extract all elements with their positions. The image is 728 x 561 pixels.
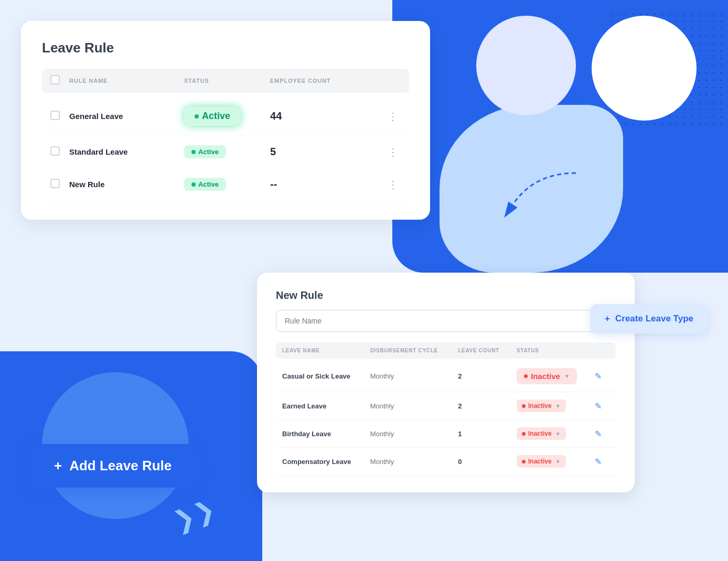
inner-table-row: Earned Leave Monthly 2 Inactive ▼ ✎ bbox=[276, 392, 616, 420]
ir-status-casual: Inactive ▼ bbox=[517, 368, 595, 384]
dashed-arrow bbox=[492, 163, 586, 225]
status-badge-inactive-small-2: Inactive ▼ bbox=[517, 427, 566, 440]
th-rule-name: RULE NAME bbox=[69, 78, 184, 84]
row-name-standard: Standard Leave bbox=[69, 147, 184, 156]
row-count-general: 44 bbox=[270, 110, 385, 122]
row-actions-general[interactable]: ⋮ bbox=[385, 110, 401, 123]
ir-status-birthday: Inactive ▼ bbox=[517, 427, 595, 440]
dot-red-icon bbox=[522, 460, 526, 463]
table-header: RULE NAME STATUS EMPLOYEE COUNT bbox=[42, 69, 409, 93]
row-count-standard: 5 bbox=[270, 146, 385, 158]
ir-count-comp: 0 bbox=[458, 458, 517, 466]
ir-count-casual: 2 bbox=[458, 372, 517, 380]
status-badge-inactive-large: Inactive ▼ bbox=[517, 368, 577, 384]
create-leave-label: Create Leave Type bbox=[615, 314, 693, 324]
dropdown-arrow-icon[interactable]: ▼ bbox=[555, 403, 561, 409]
status-badge-active-small: Active bbox=[184, 145, 226, 158]
ith-leave-name: LEAVE NAME bbox=[282, 348, 370, 353]
ir-status-earned: Inactive ▼ bbox=[517, 400, 595, 412]
dropdown-arrow-icon[interactable]: ▼ bbox=[555, 431, 561, 437]
row-checkbox-2[interactable] bbox=[50, 146, 60, 156]
ir-leave-name-birthday: Birthday Leave bbox=[282, 430, 370, 438]
add-leave-rule-label: Add Leave Rule bbox=[69, 458, 172, 474]
ir-count-birthday: 1 bbox=[458, 430, 517, 438]
th-status: STATUS bbox=[184, 78, 270, 84]
ir-leave-name-earned: Earned Leave bbox=[282, 402, 370, 410]
add-icon: + bbox=[54, 458, 62, 474]
status-badge-active-small-2: Active bbox=[184, 178, 226, 191]
card-title: Leave Rule bbox=[42, 40, 409, 56]
dropdown-arrow-icon[interactable]: ▼ bbox=[555, 459, 561, 465]
inner-table-row: Birthday Leave Monthly 1 Inactive ▼ ✎ bbox=[276, 420, 616, 448]
row-name-general: General Leave bbox=[69, 112, 184, 121]
status-badge-inactive-small-3: Inactive ▼ bbox=[517, 455, 566, 468]
dot-red-icon bbox=[524, 374, 528, 378]
row-actions-new[interactable]: ⋮ bbox=[385, 178, 401, 191]
leave-rule-card: Leave Rule RULE NAME STATUS EMPLOYEE COU… bbox=[21, 21, 430, 220]
header-checkbox[interactable] bbox=[50, 75, 60, 84]
dot-green-icon bbox=[191, 150, 196, 154]
create-leave-type-button[interactable]: + Create Leave Type bbox=[590, 304, 708, 333]
ir-leave-name-comp: Compensatory Leave bbox=[282, 458, 370, 466]
row-actions-standard[interactable]: ⋮ bbox=[385, 146, 401, 158]
dot-green-icon bbox=[195, 114, 199, 118]
inner-table-row: Compensatory Leave Monthly 0 Inactive ▼ … bbox=[276, 448, 616, 476]
ir-disb-birthday: Monthly bbox=[370, 430, 458, 438]
ith-status: STATUS bbox=[517, 348, 595, 353]
inner-table-header: LEAVE NAME DISBURSEMENT CYCLE LEAVE COUN… bbox=[276, 342, 616, 359]
status-badge-inactive-small-1: Inactive ▼ bbox=[517, 400, 566, 412]
ith-leave-count: LEAVE COUNT bbox=[458, 348, 517, 353]
status-badge-active-large: Active bbox=[184, 106, 241, 126]
bg-circle-large bbox=[476, 16, 576, 115]
ith-disbursement: DISBURSEMENT CYCLE bbox=[370, 348, 458, 353]
add-leave-rule-button[interactable]: + Add Leave Rule bbox=[29, 444, 197, 488]
inner-table-row: Casual or Sick Leave Monthly 2 Inactive … bbox=[276, 361, 616, 392]
new-rule-card: New Rule LEAVE NAME DISBURSEMENT CYCLE L… bbox=[257, 273, 635, 492]
ir-disb-casual: Monthly bbox=[370, 372, 458, 380]
row-status-general: Active bbox=[184, 106, 270, 126]
new-rule-title: New Rule bbox=[276, 289, 616, 301]
th-employee-count: EMPLOYEE COUNT bbox=[270, 78, 385, 84]
table-row: General Leave Active 44 ⋮ bbox=[42, 97, 409, 136]
ir-status-comp: Inactive ▼ bbox=[517, 455, 595, 468]
dot-red-icon bbox=[522, 432, 526, 436]
ir-edit-birthday[interactable]: ✎ bbox=[595, 429, 609, 439]
ir-leave-name-casual: Casual or Sick Leave bbox=[282, 372, 370, 380]
ir-edit-casual[interactable]: ✎ bbox=[595, 371, 609, 381]
row-status-standard: Active bbox=[184, 145, 270, 158]
create-icon: + bbox=[605, 314, 610, 324]
dropdown-arrow-icon[interactable]: ▼ bbox=[564, 373, 570, 379]
ir-count-earned: 2 bbox=[458, 402, 517, 410]
bg-circle-right bbox=[592, 16, 697, 121]
dot-red-icon bbox=[522, 404, 526, 408]
row-checkbox-1[interactable] bbox=[50, 111, 60, 120]
dot-green-icon bbox=[191, 182, 196, 187]
row-count-new: -- bbox=[270, 178, 385, 190]
ir-edit-earned[interactable]: ✎ bbox=[595, 401, 609, 411]
row-checkbox-3[interactable] bbox=[50, 179, 60, 188]
row-name-new: New Rule bbox=[69, 180, 184, 189]
rule-name-input[interactable] bbox=[276, 310, 616, 332]
ir-disb-comp: Monthly bbox=[370, 458, 458, 466]
row-status-new: Active bbox=[184, 178, 270, 191]
ir-edit-comp[interactable]: ✎ bbox=[595, 457, 609, 467]
table-row: New Rule Active -- ⋮ bbox=[42, 168, 409, 201]
table-row: Standard Leave Active 5 ⋮ bbox=[42, 136, 409, 168]
ir-disb-earned: Monthly bbox=[370, 402, 458, 410]
